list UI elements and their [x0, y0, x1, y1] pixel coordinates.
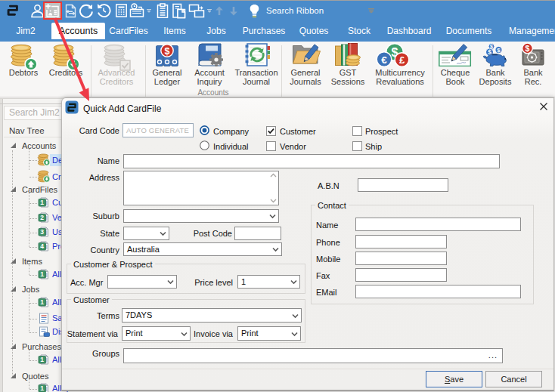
- svg-text:$: $: [497, 47, 501, 54]
- svg-text:1: 1: [40, 298, 44, 306]
- svg-text:1: 1: [40, 384, 44, 392]
- svg-text:3: 3: [40, 228, 44, 236]
- svg-text:1: 1: [40, 270, 44, 278]
- svg-text:£: £: [399, 54, 405, 66]
- svg-text:$: $: [165, 46, 170, 57]
- svg-text:2: 2: [40, 214, 44, 221]
- svg-text:1: 1: [40, 199, 44, 206]
- svg-text:4: 4: [40, 242, 44, 250]
- svg-text:€: €: [381, 54, 387, 66]
- svg-text:1: 1: [40, 356, 44, 363]
- svg-text:$: $: [526, 44, 530, 53]
